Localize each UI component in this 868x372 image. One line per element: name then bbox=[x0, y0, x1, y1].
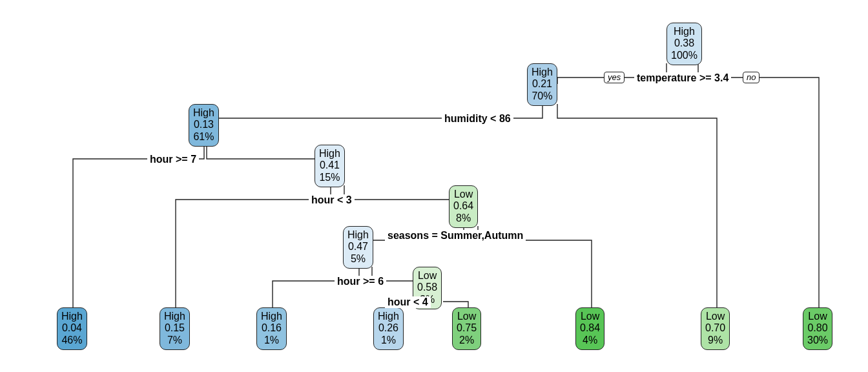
branch-no-tag: no bbox=[743, 72, 760, 83]
tree-leaf: Low 0.70 9% bbox=[701, 307, 730, 350]
split-label: humidity < 86 bbox=[442, 113, 513, 125]
tree-leaf: High 0.26 1% bbox=[373, 307, 404, 350]
node-prob: 0.38 bbox=[671, 37, 698, 49]
split-label-root: temperature >= 3.4 bbox=[634, 72, 731, 84]
split-label: hour >= 6 bbox=[335, 276, 386, 287]
tree-leaf: High 0.15 7% bbox=[160, 307, 190, 350]
branch-yes-tag: yes bbox=[604, 72, 625, 83]
split-label: hour < 4 bbox=[385, 296, 431, 308]
split-label: seasons = Summer,Autumn bbox=[385, 230, 526, 242]
tree-leaf: Low 0.84 4% bbox=[575, 307, 604, 350]
tree-edges bbox=[0, 0, 868, 372]
tree-leaf: High 0.04 46% bbox=[57, 307, 87, 350]
tree-node: High 0.21 70% bbox=[527, 63, 557, 106]
tree-node-root: High 0.38 100% bbox=[666, 23, 702, 65]
tree-node: High 0.13 61% bbox=[189, 104, 219, 147]
split-label: hour >= 7 bbox=[147, 154, 199, 165]
tree-node: High 0.47 5% bbox=[343, 226, 373, 269]
tree-node: High 0.41 15% bbox=[315, 145, 345, 187]
tree-leaf: High 0.16 1% bbox=[256, 307, 287, 350]
tree-leaf: Low 0.80 30% bbox=[803, 307, 832, 350]
split-label: hour < 3 bbox=[309, 194, 355, 206]
tree-node: Low 0.64 8% bbox=[449, 185, 478, 228]
node-pct: 100% bbox=[671, 50, 698, 61]
decision-tree-diagram: High 0.38 100% High 0.21 70% High 0.13 6… bbox=[0, 0, 868, 372]
node-class: High bbox=[671, 26, 698, 37]
tree-leaf: Low 0.75 2% bbox=[452, 307, 481, 350]
